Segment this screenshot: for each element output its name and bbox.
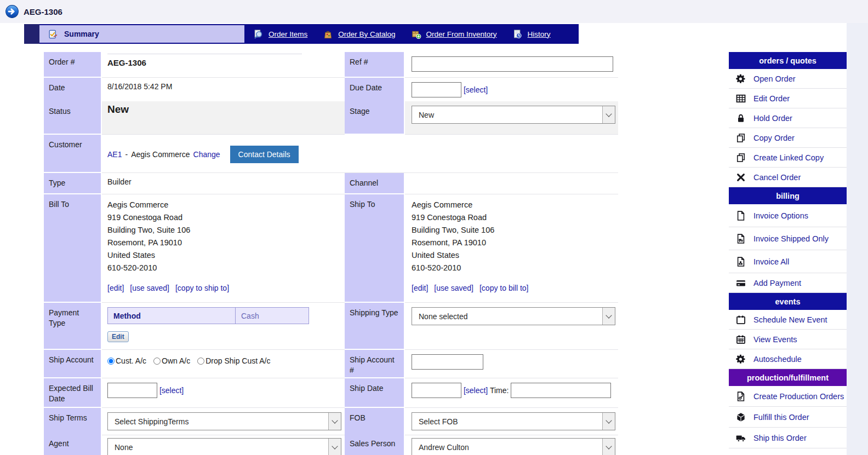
customer-name: Aegis Commerce bbox=[131, 150, 190, 159]
due-date-select-link[interactable]: [select] bbox=[464, 85, 488, 94]
sidebar-item-copy-order[interactable]: Copy Order bbox=[729, 128, 847, 148]
sales-person-select[interactable]: Andrew Culton bbox=[412, 438, 615, 455]
sidebar-item-autoschedule[interactable]: Autoschedule bbox=[729, 349, 847, 369]
customer-code-link[interactable]: AE1 bbox=[107, 150, 122, 159]
sidebar-item-edit-order[interactable]: Edit Order bbox=[729, 89, 847, 108]
ship-time-input[interactable] bbox=[511, 383, 611, 398]
order-number-topline bbox=[107, 54, 302, 54]
chevron-down-icon bbox=[602, 106, 615, 123]
fob-select[interactable]: Select FOB bbox=[412, 412, 615, 430]
tab-order-by-catalog[interactable]: Order By Catalog bbox=[323, 29, 395, 39]
sidebar-item-cancel-order[interactable]: Cancel Order bbox=[729, 168, 847, 187]
due-date-input[interactable] bbox=[412, 82, 461, 97]
sidebar-item-fulfill-this-order[interactable]: Fulfill this Order bbox=[729, 407, 847, 428]
radio-dropship-ac[interactable]: Drop Ship Cust A/c bbox=[197, 356, 270, 365]
shipping-type-cell: None selected bbox=[405, 303, 618, 350]
shopping-bag-icon bbox=[323, 29, 333, 39]
ship-account-number-label: Ship Account # bbox=[345, 350, 405, 378]
order-number-label: Order # bbox=[44, 52, 102, 78]
ship-date-label: Ship Date bbox=[345, 378, 405, 408]
row-billto-shipto: Bill To Aegis Commerce 919 Conestoga Roa… bbox=[44, 194, 618, 303]
ship-terms-select[interactable]: Select ShippingTerms bbox=[107, 412, 341, 430]
copy-pages-icon bbox=[735, 133, 746, 143]
shipping-type-label: Shipping Type bbox=[345, 303, 405, 350]
ship-to-edit-link[interactable]: [edit] bbox=[412, 284, 428, 292]
sidebar-item-create-production-orders[interactable]: Create Production Orders bbox=[729, 386, 847, 407]
bill-to-line: Building Two, Suite 106 bbox=[107, 224, 339, 237]
sidebar-item-add-payment[interactable]: Add Payment bbox=[729, 273, 847, 293]
sales-person-cell: Andrew Culton bbox=[405, 434, 618, 455]
gear-icon bbox=[735, 73, 746, 84]
sidebar-item-label: Edit Order bbox=[753, 94, 790, 103]
ship-to-line: United States bbox=[412, 249, 613, 262]
ship-account-radio-group: Cust. A/c Own A/c Drop Ship Cust A/c bbox=[107, 354, 339, 365]
radio-own-ac[interactable]: Own A/c bbox=[153, 356, 190, 365]
stage-select[interactable]: New bbox=[412, 106, 615, 124]
date-value: 8/16/2018 5:42 PM bbox=[102, 78, 345, 102]
type-label: Type bbox=[44, 173, 102, 194]
payment-edit-button[interactable]: Edit bbox=[107, 331, 129, 342]
row-order-ref: Order # AEG-1306 Ref # bbox=[44, 52, 618, 78]
due-date-cell: [select] bbox=[405, 78, 618, 102]
bill-to-copy-link[interactable]: [copy to ship to] bbox=[175, 284, 229, 292]
tab-order-items[interactable]: Order Items bbox=[253, 29, 307, 39]
tab-order-from-inventory[interactable]: Order From Inventory bbox=[411, 29, 497, 39]
sidebar-item-open-order[interactable]: Open Order bbox=[729, 69, 847, 89]
customer-change-link[interactable]: Change bbox=[193, 150, 220, 159]
bill-to-line: Aegis Commerce bbox=[107, 199, 339, 211]
stage-cell: New bbox=[405, 101, 618, 135]
sidebar-item-invoice-options[interactable]: Invoice Options bbox=[729, 204, 847, 227]
agent-select[interactable]: None bbox=[107, 438, 341, 455]
page-title: AEG-1306 bbox=[24, 7, 62, 16]
sidebar-header-events: events bbox=[729, 293, 847, 310]
shipping-type-select[interactable]: None selected bbox=[412, 307, 615, 325]
fob-label: FOB bbox=[345, 408, 405, 435]
sidebar-item-hold-order[interactable]: Hold Order bbox=[729, 108, 847, 128]
radio-cust-ac[interactable]: Cust. A/c bbox=[107, 356, 146, 365]
contact-details-button[interactable]: Contact Details bbox=[230, 146, 299, 163]
sidebar-header-orders-quotes: orders / quotes bbox=[729, 52, 847, 69]
ship-to-use-saved-link[interactable]: [use saved] bbox=[434, 284, 473, 292]
agent-selected-value: None bbox=[108, 439, 328, 455]
table-grid-icon bbox=[735, 93, 746, 104]
ref-number-input[interactable] bbox=[412, 56, 613, 72]
payment-method-table: Method Cash bbox=[107, 307, 309, 324]
ship-to-label: Ship To bbox=[345, 194, 405, 303]
radio-cust-ac-input[interactable] bbox=[107, 358, 115, 365]
bill-to-edit-link[interactable]: [edit] bbox=[107, 284, 124, 292]
expected-bill-date-input[interactable] bbox=[107, 383, 157, 398]
chevron-down-icon bbox=[328, 413, 341, 430]
sidebar-item-schedule-new-event[interactable]: Schedule New Event bbox=[729, 310, 847, 330]
bill-to-use-saved-link[interactable]: [use saved] bbox=[130, 284, 169, 292]
ship-date-input[interactable] bbox=[412, 383, 461, 398]
bill-to-cell: Aegis Commerce 919 Conestoga Road Buildi… bbox=[102, 194, 345, 303]
ship-to-copy-link[interactable]: [copy to bill to] bbox=[479, 284, 529, 292]
sidebar-item-label: Add Payment bbox=[753, 279, 801, 287]
truck-icon bbox=[735, 433, 746, 444]
copy-pages-icon bbox=[735, 152, 746, 163]
sidebar-item-invoice-all[interactable]: Invoice All bbox=[729, 250, 847, 273]
ship-account-number-input[interactable] bbox=[412, 354, 483, 370]
tab-summary[interactable]: Summary bbox=[39, 25, 244, 43]
sidebar-item-label: Schedule New Event bbox=[753, 315, 827, 324]
row-customer: Customer AE1 - Aegis Commerce Change Con… bbox=[44, 135, 618, 173]
sidebar-item-view-events[interactable]: View Events bbox=[729, 330, 847, 349]
sidebar-item-create-linked-copy[interactable]: Create Linked Copy bbox=[729, 148, 847, 168]
radio-own-ac-input[interactable] bbox=[153, 358, 161, 365]
date-label: Date bbox=[44, 78, 102, 102]
agent-cell: None bbox=[102, 434, 345, 455]
document-clock-icon bbox=[512, 29, 523, 39]
customer-label: Customer bbox=[44, 135, 102, 173]
sidebar-item-label: Invoice All bbox=[753, 257, 789, 266]
payment-type-label: Payment Type bbox=[44, 303, 102, 350]
sidebar-item-ship-this-order[interactable]: Ship this Order bbox=[729, 428, 847, 448]
order-number-cell: AEG-1306 bbox=[102, 52, 345, 78]
radio-dropship-ac-input[interactable] bbox=[197, 358, 204, 365]
bill-to-line: United States bbox=[107, 249, 339, 262]
expected-bill-date-select-link[interactable]: [select] bbox=[159, 386, 184, 395]
tab-history[interactable]: History bbox=[512, 29, 551, 39]
ship-to-line: Aegis Commerce bbox=[412, 199, 613, 211]
sidebar-item-invoice-shipped-only[interactable]: Invoice Shipped Only bbox=[729, 227, 847, 250]
ship-date-select-link[interactable]: [select] bbox=[464, 386, 488, 395]
sidebar-item-label: Hold Order bbox=[753, 114, 792, 123]
